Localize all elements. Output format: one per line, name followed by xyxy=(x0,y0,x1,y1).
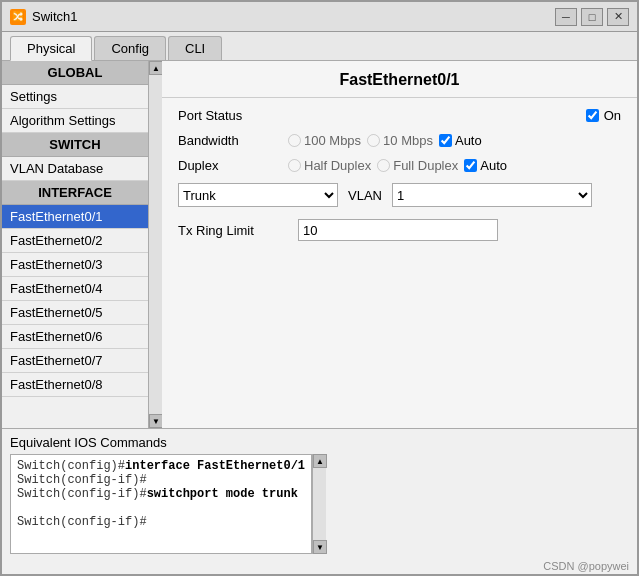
sidebar-item-fe03[interactable]: FastEthernet0/3 xyxy=(2,253,148,277)
sidebar-item-fe05[interactable]: FastEthernet0/5 xyxy=(2,301,148,325)
tab-physical[interactable]: Physical xyxy=(10,36,92,61)
ios-line-5: Switch(config-if)# xyxy=(17,515,305,529)
bandwidth-label: Bandwidth xyxy=(178,133,288,148)
bw-auto-text: Auto xyxy=(455,133,482,148)
ios-scrollbar: ▲ ▼ xyxy=(312,454,326,554)
bw-100-text: 100 Mbps xyxy=(304,133,361,148)
sidebar-scroll-down[interactable]: ▼ xyxy=(149,414,163,428)
title-buttons: ─ □ ✕ xyxy=(555,8,629,26)
port-status-controls: On xyxy=(288,108,621,123)
sidebar-wrapper: GLOBAL Settings Algorithm Settings SWITC… xyxy=(2,61,162,428)
ios-scroll-up[interactable]: ▲ xyxy=(313,454,327,468)
sidebar-item-fe04[interactable]: FastEthernet0/4 xyxy=(2,277,148,301)
bw-auto-label: Auto xyxy=(439,133,482,148)
sidebar-item-algorithm-settings[interactable]: Algorithm Settings xyxy=(2,109,148,133)
sidebar-scrollbar: ▲ ▼ xyxy=(148,61,162,428)
bandwidth-row: Bandwidth 100 Mbps 10 Mbps Auto xyxy=(178,133,621,148)
title-left: 🔀 Switch1 xyxy=(10,9,78,25)
watermark: CSDN @popywei xyxy=(2,558,637,574)
console-wrapper: Switch(config)#interface FastEthernet0/1… xyxy=(10,454,629,554)
ios-line-2: Switch(config-if)# xyxy=(17,473,305,487)
panel-title: FastEthernet0/1 xyxy=(162,61,637,98)
tx-ring-limit-input[interactable] xyxy=(298,219,498,241)
duplex-half-text: Half Duplex xyxy=(304,158,371,173)
duplex-auto-checkbox[interactable] xyxy=(464,159,477,172)
duplex-full-label: Full Duplex xyxy=(377,158,458,173)
bw-100-label: 100 Mbps xyxy=(288,133,361,148)
main-window: 🔀 Switch1 ─ □ ✕ Physical Config CLI GLOB… xyxy=(0,0,639,576)
duplex-row: Duplex Half Duplex Full Duplex Auto xyxy=(178,158,621,173)
main-panel: FastEthernet0/1 Port Status On Bandwidth xyxy=(162,61,637,428)
mode-vlan-row: Trunk Access Dynamic VLAN 1 xyxy=(178,183,621,207)
mode-select[interactable]: Trunk Access Dynamic xyxy=(178,183,338,207)
sidebar-header-switch: SWITCH xyxy=(2,133,148,157)
maximize-button[interactable]: □ xyxy=(581,8,603,26)
sidebar-item-vlan-database[interactable]: VLAN Database xyxy=(2,157,148,181)
sidebar-header-interface: INTERFACE xyxy=(2,181,148,205)
bw-10-text: 10 Mbps xyxy=(383,133,433,148)
bw-100-radio[interactable] xyxy=(288,134,301,147)
ios-commands-label: Equivalent IOS Commands xyxy=(10,435,629,450)
sidebar-scroll-up[interactable]: ▲ xyxy=(149,61,163,75)
bw-10-radio[interactable] xyxy=(367,134,380,147)
bw-10-label: 10 Mbps xyxy=(367,133,433,148)
port-status-on-label: On xyxy=(604,108,621,123)
ios-scroll-down[interactable]: ▼ xyxy=(313,540,327,554)
close-button[interactable]: ✕ xyxy=(607,8,629,26)
duplex-half-radio[interactable] xyxy=(288,159,301,172)
panel-body: Port Status On Bandwidth 100 Mbps xyxy=(162,98,637,428)
sidebar-item-settings[interactable]: Settings xyxy=(2,85,148,109)
app-icon: 🔀 xyxy=(10,9,26,25)
tx-ring-limit-row: Tx Ring Limit xyxy=(178,219,621,241)
ios-scroll-track xyxy=(313,468,326,540)
duplex-controls: Half Duplex Full Duplex Auto xyxy=(288,158,621,173)
bandwidth-controls: 100 Mbps 10 Mbps Auto xyxy=(288,133,621,148)
duplex-auto-text: Auto xyxy=(480,158,507,173)
port-status-checkbox[interactable] xyxy=(586,109,599,122)
sidebar: GLOBAL Settings Algorithm Settings SWITC… xyxy=(2,61,148,428)
ios-console[interactable]: Switch(config)#interface FastEthernet0/1… xyxy=(10,454,312,554)
sidebar-item-fe02[interactable]: FastEthernet0/2 xyxy=(2,229,148,253)
sidebar-item-fe08[interactable]: FastEthernet0/8 xyxy=(2,373,148,397)
minimize-button[interactable]: ─ xyxy=(555,8,577,26)
tx-ring-limit-label: Tx Ring Limit xyxy=(178,223,288,238)
content-area: GLOBAL Settings Algorithm Settings SWITC… xyxy=(2,61,637,428)
port-status-label: Port Status xyxy=(178,108,288,123)
tab-cli[interactable]: CLI xyxy=(168,36,222,60)
duplex-half-label: Half Duplex xyxy=(288,158,371,173)
duplex-label: Duplex xyxy=(178,158,288,173)
tabs-bar: Physical Config CLI xyxy=(2,32,637,61)
vlan-select[interactable]: 1 xyxy=(392,183,592,207)
sidebar-item-fe07[interactable]: FastEthernet0/7 xyxy=(2,349,148,373)
ios-line-3: Switch(config-if)#switchport mode trunk xyxy=(17,487,305,501)
sidebar-item-fe06[interactable]: FastEthernet0/6 xyxy=(2,325,148,349)
sidebar-item-fe01[interactable]: FastEthernet0/1 xyxy=(2,205,148,229)
window-title: Switch1 xyxy=(32,9,78,24)
sidebar-scroll-track xyxy=(149,75,162,414)
tab-config[interactable]: Config xyxy=(94,36,166,60)
duplex-auto-label: Auto xyxy=(464,158,507,173)
sidebar-header-global: GLOBAL xyxy=(2,61,148,85)
duplex-full-radio[interactable] xyxy=(377,159,390,172)
duplex-full-text: Full Duplex xyxy=(393,158,458,173)
ios-line-1: Switch(config)#interface FastEthernet0/1 xyxy=(17,459,305,473)
port-status-row: Port Status On xyxy=(178,108,621,123)
title-bar: 🔀 Switch1 ─ □ ✕ xyxy=(2,2,637,32)
vlan-label: VLAN xyxy=(348,188,382,203)
ios-commands-area: Equivalent IOS Commands Switch(config)#i… xyxy=(2,428,637,558)
bw-auto-checkbox[interactable] xyxy=(439,134,452,147)
ios-line-4 xyxy=(17,501,305,515)
